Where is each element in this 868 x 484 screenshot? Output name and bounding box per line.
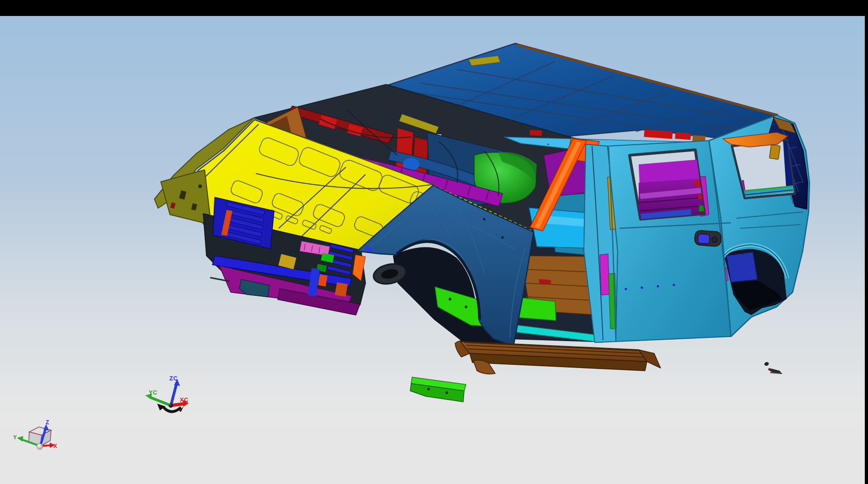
viewport-canvas[interactable]: ZC YC XC Z Y X	[0, 0, 868, 484]
wcs-z-label: ZC	[169, 375, 178, 382]
rear-door[interactable]	[608, 141, 731, 342]
top-frame-bar	[0, 0, 868, 16]
abs-x-label: X	[53, 443, 58, 449]
abs-y-label: Y	[13, 434, 17, 441]
right-frame-bar	[865, 0, 868, 484]
abs-z-label: Z	[46, 419, 49, 426]
cad-application-window: ZC YC XC Z Y X	[0, 0, 868, 484]
wcs-y-label: YC	[148, 389, 157, 396]
wcs-x-label: XC	[180, 396, 188, 403]
door-handle[interactable]	[694, 230, 721, 247]
